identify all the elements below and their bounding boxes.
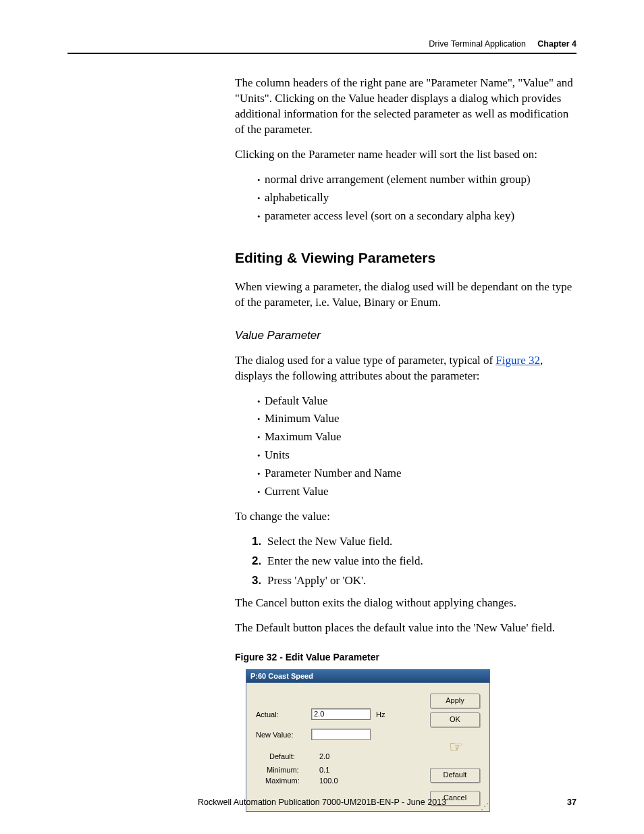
steps-list: Select the New Value field. Enter the ne…: [235, 534, 579, 589]
list-item: normal drive arrangement (element number…: [265, 172, 579, 188]
units-label: Hz: [376, 710, 385, 720]
list-item: Current Value: [265, 484, 579, 500]
maximum-value: 100.0: [319, 776, 338, 786]
list-item: Enter the new value into the field.: [265, 554, 579, 569]
paragraph: The dialog used for a value type of para…: [235, 353, 579, 384]
page: Drive Terminal Application Chapter 4 The…: [0, 0, 644, 834]
page-header: Drive Terminal Application Chapter 4: [429, 39, 576, 49]
subheading-value-parameter: Value Parameter: [235, 328, 579, 344]
new-value-label: New Value:: [256, 730, 293, 740]
list-item: Default Value: [265, 394, 579, 409]
attribute-list: Default Value Minimum Value Maximum Valu…: [235, 394, 579, 500]
paragraph: The Default button places the default va…: [235, 621, 579, 636]
header-section: Drive Terminal Application: [429, 39, 526, 49]
ok-button[interactable]: OK: [430, 712, 480, 727]
edit-value-parameter-dialog: P:60 Coast Speed Actual: 2.0 Hz New Valu…: [246, 669, 490, 812]
page-number: 37: [567, 798, 576, 807]
header-rule: [68, 53, 576, 54]
default-label: Default:: [269, 752, 295, 762]
actual-field[interactable]: 2.0: [311, 708, 371, 720]
paragraph: The Cancel button exits the dialog witho…: [235, 596, 579, 611]
paragraph: To change the value:: [235, 509, 579, 525]
figure-link[interactable]: Figure 32: [495, 354, 540, 367]
paragraph: The column headers of the right pane are…: [235, 76, 579, 138]
section-heading: Editing & Viewing Parameters: [235, 249, 579, 267]
dialog-titlebar: P:60 Coast Speed: [246, 670, 489, 683]
list-item: Press 'Apply' or 'OK'.: [265, 573, 579, 589]
minimum-label: Minimum:: [267, 765, 299, 775]
hand-icon: ☞: [441, 738, 472, 756]
figure-caption: Figure 32 - Edit Value Parameter: [235, 651, 579, 664]
footer-text: Rockwell Automation Publication 7000-UM2…: [0, 798, 644, 807]
text: The dialog used for a value type of para…: [235, 354, 495, 367]
apply-button[interactable]: Apply: [430, 694, 480, 708]
list-item: alphabetically: [265, 190, 579, 206]
list-item: Parameter Number and Name: [265, 466, 579, 481]
minimum-value: 0.1: [319, 765, 329, 775]
actual-label: Actual:: [256, 710, 279, 720]
list-item: Maximum Value: [265, 429, 579, 445]
list-item: parameter access level (sort on a second…: [265, 209, 579, 224]
dialog-body: Actual: 2.0 Hz New Value: Default: 2.0 M…: [246, 683, 489, 811]
header-chapter: Chapter 4: [537, 39, 576, 49]
new-value-field[interactable]: [311, 729, 371, 740]
paragraph: Clicking on the Parameter name header wi…: [235, 147, 579, 163]
list-item: Minimum Value: [265, 411, 579, 427]
content: The column headers of the right pane are…: [235, 76, 579, 812]
maximum-label: Maximum:: [265, 776, 300, 786]
list-item: Select the New Value field.: [265, 534, 579, 550]
default-value: 2.0: [319, 752, 329, 762]
list-item: Units: [265, 448, 579, 463]
sort-list: normal drive arrangement (element number…: [235, 172, 579, 224]
default-button[interactable]: Default: [430, 768, 480, 783]
paragraph: When viewing a parameter, the dialog use…: [235, 280, 579, 311]
